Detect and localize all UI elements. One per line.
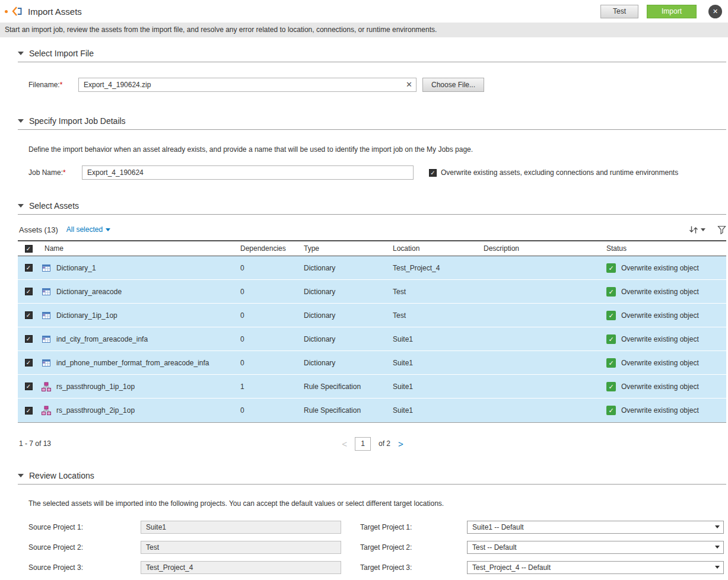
asset-name-cell: rs_passthrough_1ip_1op [39,382,240,391]
rule-specification-icon [42,406,51,415]
section-title: Select Assets [29,201,79,211]
status-label: Overwrite existing object [621,311,699,320]
import-assets-icon [11,5,23,17]
target-project-select[interactable]: Suite1 -- Default [467,521,724,534]
table-row[interactable]: ✓ ind_city_from_areacode_infa 0 Dictiona… [18,327,726,351]
status-checkbox[interactable]: ✓ [606,287,616,297]
target-project-value: Suite1 -- Default [472,523,524,531]
next-page-icon[interactable]: > [398,439,403,449]
section-title: Review Locations [29,471,94,480]
close-icon: ✕ [713,8,718,15]
row-checkbox[interactable]: ✓ [25,383,33,390]
status-checkbox[interactable]: ✓ [606,406,616,415]
section-divider [18,214,726,215]
select-caret-icon [711,562,723,573]
target-project-value: Test_Project_4 -- Default [472,563,551,572]
target-project-select[interactable]: Test -- Default [467,541,724,554]
status-checkbox[interactable]: ✓ [606,358,616,368]
clear-input-icon[interactable]: ✕ [406,80,412,89]
status-checkbox[interactable]: ✓ [606,263,616,273]
section-select-assets[interactable]: Select Assets [18,200,728,211]
location-value: Suite1 [393,335,484,343]
status-checkbox[interactable]: ✓ [606,334,616,344]
filename-input[interactable] [78,78,417,92]
location-value: Suite1 [393,406,484,415]
pagination: 1 - 7 of 13 < of 2 > [19,436,726,451]
close-button[interactable]: ✕ [708,5,722,18]
status-label: Overwrite existing object [621,359,699,367]
section-review-locations[interactable]: Review Locations [18,470,728,480]
asset-name: rs_passthrough_2ip_1op [56,406,135,415]
row-checkbox[interactable]: ✓ [25,311,33,319]
section-specify-import-job-details[interactable]: Specify Import Job Details [18,116,728,126]
source-project-input[interactable] [141,541,341,554]
section-divider [18,484,726,485]
table-row[interactable]: ✓ Dictionary_1 0 Dictionary Test_Project… [18,256,726,280]
filter-button[interactable] [717,225,726,234]
row-checkbox[interactable]: ✓ [25,359,33,367]
table-row[interactable]: ✓ rs_passthrough_1ip_1op 1 Rule Specific… [18,375,726,399]
type-value: Dictionary [304,335,393,343]
table-row[interactable]: ✓ rs_passthrough_2ip_1op 0 Rule Specific… [18,399,726,422]
row-checkbox[interactable]: ✓ [25,407,33,415]
location-value: Suite1 [393,383,484,391]
source-project-label: Source Project 2: [28,543,141,552]
page-number-input[interactable] [355,437,371,451]
column-header-name: Name [39,244,240,253]
job-name-row: Job Name:* ✓ Overwrite existing assets, … [28,165,728,180]
status-cell: ✓ Overwrite existing object [606,382,726,391]
status-checkbox[interactable]: ✓ [606,382,616,391]
choose-file-button[interactable]: Choose File... [422,78,484,92]
table-row[interactable]: ✓ ind_phone_number_format_from_areacode_… [18,351,726,375]
all-selected-dropdown[interactable]: All selected [66,225,110,234]
test-button[interactable]: Test [600,5,638,18]
status-cell: ✓ Overwrite existing object [606,406,726,415]
source-project-input[interactable] [141,521,341,534]
select-caret-icon [711,521,723,533]
target-project-value: Test -- Default [472,543,517,552]
row-checkbox[interactable]: ✓ [25,335,33,343]
type-value: Rule Specification [304,383,393,391]
row-checkbox-cell: ✓ [18,359,39,367]
select-all-checkbox[interactable]: ✓ [25,245,33,253]
target-project-select[interactable]: Test_Project_4 -- Default [467,561,724,574]
previous-page-icon[interactable]: < [342,439,347,449]
row-checkbox-cell: ✓ [18,264,39,272]
dependencies-value: 1 [240,383,304,391]
review-locations-rows: Source Project 1: Target Project 1: Suit… [28,520,728,574]
collapse-caret-icon [18,119,24,123]
overwrite-option: ✓ Overwrite existing assets, excluding c… [429,168,678,177]
topbar: Import Assets Test Import ✕ [0,0,728,23]
row-checkbox-cell: ✓ [18,311,39,319]
asset-name-cell: ind_city_from_areacode_infa [39,334,240,344]
dictionary-icon [42,334,51,344]
section-select-import-file[interactable]: Select Import File [18,48,728,58]
page-description: Start an import job, review the assets f… [0,23,728,37]
status-cell: ✓ Overwrite existing object [606,311,726,320]
source-project-input[interactable] [141,561,341,574]
sort-button[interactable] [688,225,705,234]
type-value: Dictionary [304,264,393,272]
status-checkbox[interactable]: ✓ [606,311,616,320]
status-label: Overwrite existing object [621,335,699,343]
review-locations-description: The selected assets will be imported int… [28,499,728,508]
asset-name-cell: Dictionary_1 [39,263,240,273]
column-header-status: Status [606,244,726,253]
location-value: Test_Project_4 [393,264,484,272]
asset-name: Dictionary_1ip_1op [56,311,117,320]
import-button[interactable]: Import [647,5,697,18]
table-row[interactable]: ✓ Dictionary_areacode 0 Dictionary Test … [18,280,726,304]
asset-name: rs_passthrough_1ip_1op [56,383,135,391]
table-row[interactable]: ✓ Dictionary_1ip_1op 0 Dictionary Test ✓ [18,304,726,327]
collapse-caret-icon [18,474,24,477]
assets-table: ✓ Name Dependencies Type Location Descri… [18,240,726,423]
row-checkbox[interactable]: ✓ [25,264,33,272]
overwrite-checkbox[interactable]: ✓ [429,169,437,177]
target-project-label: Target Project 3: [360,563,467,572]
page-title: Import Assets [28,7,82,17]
location-value: Suite1 [393,359,484,367]
source-project-label: Source Project 1: [28,523,141,531]
type-value: Dictionary [304,311,393,320]
job-name-input[interactable] [82,165,414,180]
row-checkbox[interactable]: ✓ [25,288,33,295]
